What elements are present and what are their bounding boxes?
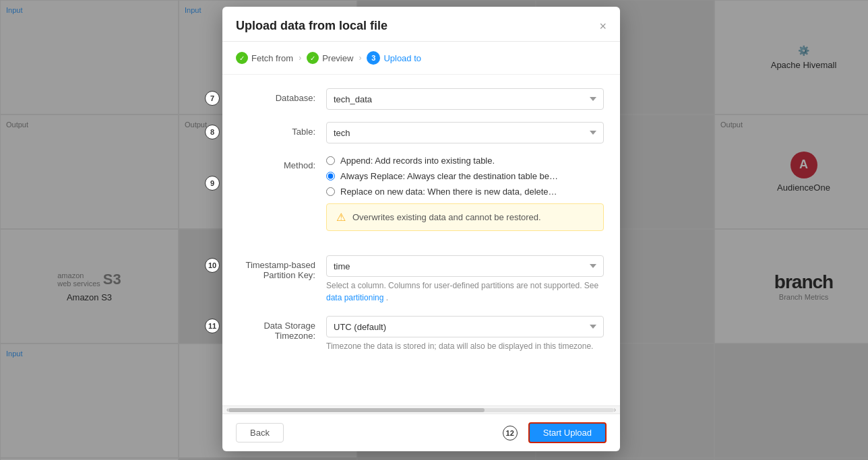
- radio-always-replace-label: Always Replace: Always clear the destina…: [340, 171, 558, 181]
- table-label: Table:: [239, 122, 326, 137]
- partition-row: Timestamp-based Partition Key: time Sele…: [239, 255, 604, 304]
- scroll-track: [228, 408, 613, 412]
- radio-append-input[interactable]: [326, 156, 335, 165]
- radio-group: Append: Add records into existing table.…: [326, 156, 604, 197]
- annotation-7: 7: [205, 91, 220, 106]
- upload-modal: Upload data from local file × ✓ Fetch fr…: [222, 7, 620, 451]
- method-row: Method: Append: Add records into existin…: [239, 156, 604, 243]
- step-arrow-1: ›: [299, 53, 301, 63]
- step-check-icon: ✓: [236, 52, 248, 64]
- timezone-select[interactable]: UTC (default): [326, 316, 604, 337]
- partition-help: Select a column. Columns for user-define…: [326, 280, 604, 304]
- partition-control: time Select a column. Columns for user-d…: [326, 255, 604, 304]
- start-upload-button[interactable]: Start Upload: [528, 422, 607, 443]
- radio-append-label: Append: Add records into existing table.: [340, 156, 495, 166]
- partition-label: Timestamp-based Partition Key:: [239, 255, 326, 280]
- step-check-icon-2: ✓: [307, 52, 319, 64]
- table-select[interactable]: tech: [326, 122, 604, 143]
- scroll-right-button[interactable]: ›: [614, 406, 616, 414]
- modal-footer: Back 12 Start Upload: [222, 414, 620, 451]
- partition-select[interactable]: time: [326, 255, 604, 277]
- annotation-10: 10: [205, 258, 220, 273]
- timezone-row: Data Storage Timezone: UTC (default) Tim…: [239, 316, 604, 352]
- modal-header: Upload data from local file ×: [222, 7, 620, 42]
- method-control: Append: Add records into existing table.…: [326, 156, 604, 243]
- radio-always-replace[interactable]: Always Replace: Always clear the destina…: [326, 171, 604, 181]
- database-select[interactable]: tech_data: [326, 88, 604, 110]
- timezone-label: Data Storage Timezone:: [239, 316, 326, 341]
- step-arrow-2: ›: [359, 53, 361, 63]
- warning-text: Overwrites existing data and cannot be r…: [352, 212, 541, 222]
- radio-replace-new-input[interactable]: [326, 187, 335, 196]
- database-control: tech_data: [326, 88, 604, 110]
- radio-append[interactable]: Append: Add records into existing table.: [326, 156, 604, 166]
- annotation-12: 12: [503, 426, 518, 440]
- radio-always-replace-input[interactable]: [326, 172, 335, 180]
- method-label: Method:: [239, 156, 326, 170]
- scroll-thumb[interactable]: [228, 408, 485, 412]
- partition-help-link[interactable]: data partitioning: [326, 293, 383, 302]
- table-row: Table: tech 8: [239, 122, 604, 143]
- table-control: tech: [326, 122, 604, 143]
- database-row: Database: tech_data 7: [239, 88, 604, 110]
- annotation-11: 11: [205, 319, 220, 333]
- step-num-icon: 3: [367, 51, 380, 65]
- modal-body: Database: tech_data 7 Table: tech 8 Meth…: [222, 75, 620, 405]
- warning-icon: ⚠: [336, 211, 346, 224]
- step-fetch: ✓ Fetch from: [236, 52, 293, 64]
- close-button[interactable]: ×: [599, 20, 607, 32]
- back-button[interactable]: Back: [236, 423, 284, 442]
- modal-title: Upload data from local file: [236, 19, 388, 33]
- step-preview-label: Preview: [322, 53, 353, 63]
- timezone-control: UTC (default) Timezone the data is store…: [326, 316, 604, 352]
- step-upload: 3 Upload to: [367, 51, 421, 65]
- step-preview: ✓ Preview: [307, 52, 353, 64]
- steps-bar: ✓ Fetch from › ✓ Preview › 3 Upload to: [222, 42, 620, 75]
- radio-replace-new-label: Replace on new data: When there is new d…: [340, 187, 557, 197]
- step-fetch-label: Fetch from: [251, 53, 293, 63]
- annotation-9: 9: [205, 176, 220, 191]
- step-upload-label: Upload to: [383, 53, 421, 63]
- database-label: Database:: [239, 88, 326, 103]
- horizontal-scrollbar[interactable]: ‹ ›: [222, 405, 620, 414]
- annotation-8: 8: [205, 125, 220, 139]
- warning-box: ⚠ Overwrites existing data and cannot be…: [326, 203, 604, 231]
- timezone-help: Timezone the data is stored in; data wil…: [326, 340, 604, 352]
- radio-replace-new[interactable]: Replace on new data: When there is new d…: [326, 187, 604, 197]
